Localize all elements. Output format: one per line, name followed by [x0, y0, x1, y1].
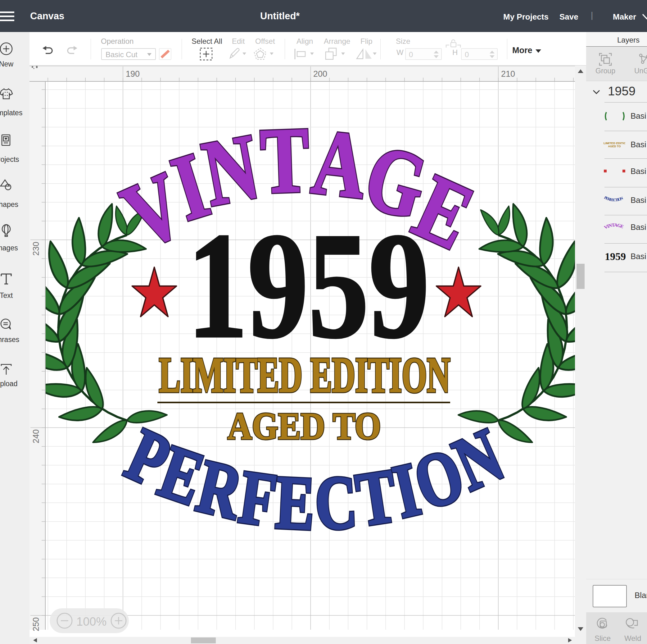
svg-text:T: T — [259, 108, 311, 213]
svg-text:1959: 1959 — [187, 201, 429, 369]
svg-text:AGED TO: AGED TO — [228, 405, 381, 447]
svg-text:E: E — [274, 460, 316, 546]
svg-text:C: C — [313, 459, 359, 546]
svg-text:VINTAGE: VINTAGE — [604, 223, 624, 230]
svg-text:LIMITED EDITION: LIMITED EDITION — [159, 347, 450, 403]
svg-text:PERFECTION: PERFECTION — [603, 196, 624, 202]
